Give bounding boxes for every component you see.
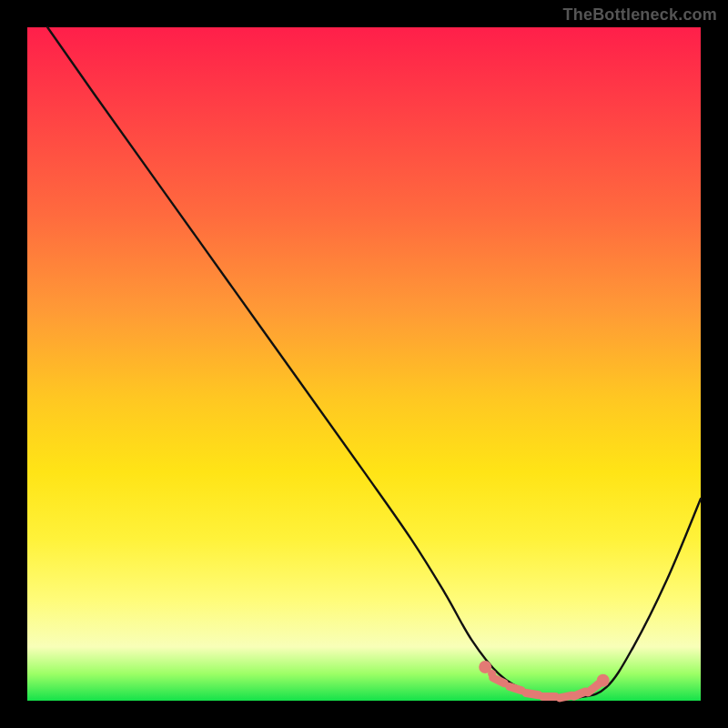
marker-dash: [493, 678, 505, 683]
marker-dash: [526, 693, 539, 694]
watermark-text: TheBottleneck.com: [563, 5, 717, 25]
bottleneck-curve: [47, 27, 701, 699]
marker-dash: [573, 692, 585, 696]
plot-area: [27, 27, 701, 701]
curve-svg: [27, 27, 701, 701]
marker-dot: [488, 670, 496, 678]
chart-frame: TheBottleneck.com: [0, 0, 728, 728]
optimal-zone-markers: [479, 661, 610, 698]
marker-dash: [510, 687, 521, 691]
marker-dot: [594, 681, 602, 689]
